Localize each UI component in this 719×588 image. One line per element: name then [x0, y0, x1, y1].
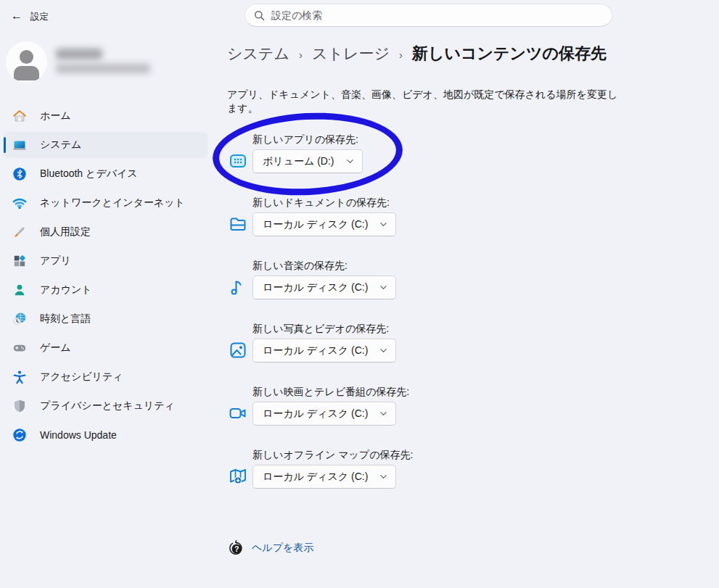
- dropdown-value: ローカル ディスク (C:): [263, 281, 368, 294]
- sidebar-item-label: アプリ: [40, 254, 71, 268]
- help-icon: ?: [227, 539, 245, 557]
- page-description: アプリ、ドキュメント、音楽、画像、ビデオ、地図が既定で保存される場所を変更し ま…: [227, 88, 633, 115]
- show-help-link[interactable]: ヘルプを表示: [252, 542, 313, 555]
- sidebar-item-personalization[interactable]: 個人用設定: [4, 219, 208, 245]
- description-line: アプリ、ドキュメント、音楽、画像、ビデオ、地図が既定で保存される場所を変更し: [227, 88, 633, 102]
- breadcrumb-separator: ›: [299, 47, 303, 61]
- search-icon: [254, 10, 265, 21]
- sidebar-item-label: Bluetooth とデバイス: [40, 167, 138, 181]
- sidebar-item-label: Windows Update: [40, 429, 117, 441]
- sidebar-item-accessibility[interactable]: アクセシビリティ: [4, 364, 208, 390]
- window-title: 設定: [30, 11, 49, 23]
- breadcrumb-separator: ›: [399, 47, 403, 61]
- sidebar-item-privacy-security[interactable]: プライバシーとセキュリティ: [4, 393, 208, 419]
- privacy-icon: [12, 399, 27, 413]
- chevron-down-icon: [379, 347, 387, 355]
- sidebar-item-apps[interactable]: アプリ: [4, 248, 208, 274]
- sidebar-item-gaming[interactable]: ゲーム: [4, 335, 208, 361]
- sidebar-item-label: アクセシビリティ: [40, 370, 123, 384]
- chevron-down-icon: [379, 283, 387, 291]
- section-new-music: 新しい音楽の保存先: ローカル ディスク (C:): [227, 257, 532, 302]
- chevron-down-icon: [379, 220, 387, 228]
- avatar-head: [20, 50, 33, 64]
- settings-window: ← 設定 ホーム: [0, 0, 719, 588]
- sidebar-item-label: プライバシーとセキュリティ: [40, 399, 175, 413]
- avatar[interactable]: [6, 41, 47, 83]
- windows-update-icon: [12, 428, 27, 442]
- sidebar-item-time-language[interactable]: 時刻と言語: [4, 306, 208, 332]
- folder-icon: [229, 215, 247, 233]
- profile-name-redacted: [56, 49, 102, 59]
- section-label: 新しいアプリの保存先:: [252, 133, 358, 146]
- accessibility-icon: [12, 370, 27, 384]
- section-new-apps: 新しいアプリの保存先: ボリューム (D:): [227, 131, 532, 176]
- time-language-icon: [12, 312, 27, 326]
- help-row: ? ヘルプを表示: [227, 539, 313, 557]
- dropdown-value: ボリューム (D:): [263, 155, 334, 168]
- new-music-drive-dropdown[interactable]: ローカル ディスク (C:): [252, 276, 396, 299]
- section-new-movies-tv: 新しい映画とテレビ番組の保存先: ローカル ディスク (C:): [227, 384, 532, 428]
- sidebar-item-label: 個人用設定: [40, 225, 91, 239]
- sidebar-item-label: 時刻と言語: [40, 312, 91, 326]
- new-offline-maps-drive-dropdown[interactable]: ローカル ディスク (C:): [252, 465, 396, 489]
- sidebar: ホーム システム Bluetooth とデバイス: [4, 103, 208, 451]
- new-documents-drive-dropdown[interactable]: ローカル ディスク (C:): [252, 212, 396, 236]
- new-photos-videos-drive-dropdown[interactable]: ローカル ディスク (C:): [252, 339, 396, 363]
- back-button[interactable]: ←: [7, 7, 26, 25]
- apps-grid-icon: [229, 152, 247, 170]
- personalization-icon: [12, 225, 27, 239]
- breadcrumb: システム › ストレージ › 新しいコンテンツの保存先: [227, 43, 607, 65]
- sidebar-item-network-internet[interactable]: ネットワークとインターネット: [4, 190, 208, 216]
- sidebar-item-label: ネットワークとインターネット: [40, 196, 185, 210]
- description-line: ます。: [227, 102, 633, 115]
- accounts-icon: [12, 283, 27, 297]
- avatar-torso: [14, 66, 39, 80]
- sidebar-item-label: システム: [40, 138, 81, 152]
- breadcrumb-storage[interactable]: ストレージ: [312, 44, 390, 64]
- breadcrumb-system[interactable]: システム: [227, 44, 289, 64]
- chevron-down-icon: [346, 157, 354, 165]
- section-label: 新しい音楽の保存先:: [252, 260, 348, 273]
- settings-search[interactable]: [245, 4, 612, 27]
- system-icon: [12, 138, 27, 152]
- sidebar-item-home[interactable]: ホーム: [4, 103, 208, 129]
- section-new-offline-maps: 新しいオフライン マップの保存先: ローカル ディスク (C:): [227, 447, 532, 492]
- svg-text:?: ?: [234, 544, 239, 553]
- chevron-down-icon: [379, 410, 387, 418]
- dropdown-value: ローカル ディスク (C:): [263, 218, 368, 231]
- section-new-documents: 新しいドキュメントの保存先: ローカル ディスク (C:): [227, 194, 532, 239]
- gaming-icon: [12, 341, 27, 355]
- image-icon: [229, 341, 247, 360]
- new-apps-drive-dropdown[interactable]: ボリューム (D:): [252, 149, 363, 173]
- selected-accent-pill: [4, 137, 6, 153]
- search-input[interactable]: [271, 9, 603, 21]
- video-camera-icon: [229, 404, 247, 423]
- section-new-photos-videos: 新しい写真とビデオの保存先: ローカル ディスク (C:): [227, 320, 532, 365]
- music-note-icon: [229, 278, 247, 297]
- section-label: 新しいドキュメントの保存先:: [252, 196, 390, 210]
- sidebar-item-windows-update[interactable]: Windows Update: [4, 422, 208, 448]
- dropdown-value: ローカル ディスク (C:): [263, 344, 368, 357]
- dropdown-value: ローカル ディスク (C:): [263, 471, 368, 484]
- sidebar-item-label: ホーム: [40, 109, 71, 123]
- sidebar-item-system[interactable]: システム: [4, 132, 208, 158]
- sidebar-item-label: ゲーム: [40, 341, 71, 355]
- bluetooth-icon: [12, 167, 27, 181]
- apps-icon: [12, 254, 27, 268]
- chevron-down-icon: [379, 473, 387, 481]
- network-icon: [12, 196, 27, 210]
- home-icon: [12, 109, 27, 123]
- section-label: 新しい映画とテレビ番組の保存先:: [252, 386, 409, 399]
- section-label: 新しい写真とビデオの保存先:: [252, 323, 389, 336]
- map-download-icon: [229, 467, 247, 486]
- dropdown-value: ローカル ディスク (C:): [263, 407, 368, 421]
- sidebar-item-label: アカウント: [40, 283, 92, 297]
- section-label: 新しいオフライン マップの保存先:: [252, 449, 413, 462]
- sidebar-item-bluetooth-devices[interactable]: Bluetooth とデバイス: [4, 161, 208, 187]
- new-movies-tv-drive-dropdown[interactable]: ローカル ディスク (C:): [252, 402, 396, 426]
- sidebar-item-accounts[interactable]: アカウント: [4, 277, 208, 303]
- page-title: 新しいコンテンツの保存先: [412, 43, 607, 65]
- profile-email-redacted: [56, 64, 150, 73]
